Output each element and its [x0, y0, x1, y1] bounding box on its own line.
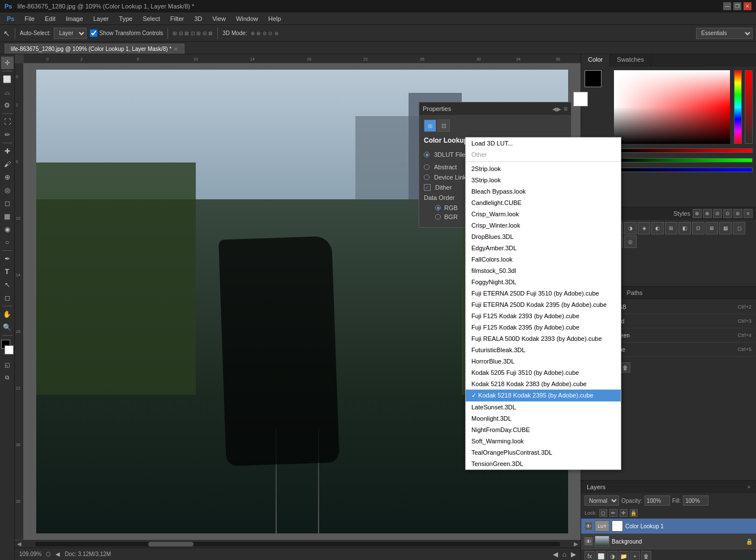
minimize-button[interactable]: — [723, 2, 731, 10]
layer-link[interactable]: fx [585, 551, 595, 560]
lut-fuji-eterna-3510[interactable]: Fuji ETERNA 250D Fuji 3510 (by Adobe).cu… [466, 288, 621, 299]
lut-moonlight[interactable]: Moonlight.3DL [466, 413, 621, 424]
menu-layer[interactable]: Layer [89, 14, 114, 23]
shape-tool[interactable]: ◻ [1, 292, 14, 304]
adj-colorlookup[interactable]: ▦ [719, 222, 732, 234]
r-slider[interactable] [617, 148, 753, 153]
lut-edgyamber[interactable]: EdgyAmber.3DL [466, 242, 621, 254]
path-select-tool[interactable]: ↖ [1, 279, 14, 291]
screen-mode[interactable]: ⧉ [1, 371, 14, 384]
lock-transparent[interactable]: ◻ [599, 509, 607, 517]
adj-channelmixer[interactable]: ⊠ [706, 222, 718, 234]
adj-exposure[interactable]: ◑ [624, 222, 637, 234]
scroll-left-arrow[interactable]: ◀ [15, 541, 24, 547]
layer-new[interactable]: + [630, 551, 640, 560]
scroll-bottom[interactable]: ◀ [55, 551, 60, 557]
pen-tool[interactable]: ✒ [1, 253, 14, 265]
scroll-right-arrow[interactable]: ▶ [572, 541, 581, 547]
tab-paths[interactable]: Paths [622, 288, 647, 297]
lut-crisp-winter[interactable]: Crisp_Winter.look [466, 220, 621, 231]
prop-abstract-radio[interactable] [424, 164, 429, 170]
eraser-tool[interactable]: ◻ [1, 197, 14, 210]
adj-hsl[interactable]: ◐ [651, 222, 664, 234]
adj-icon-5[interactable]: ⊚ [733, 209, 742, 218]
zoom-tool[interactable]: 🔍 [1, 321, 14, 334]
text-tool[interactable]: T [1, 266, 14, 278]
maximize-button[interactable]: ❐ [733, 2, 741, 10]
lut-foggynight[interactable]: FoggyNight.3DL [466, 276, 621, 288]
menu-ps[interactable]: Ps [2, 14, 19, 23]
layer-mask[interactable]: ⬜ [596, 551, 606, 560]
layer-delete[interactable]: 🗑 [641, 551, 651, 560]
layer-group[interactable]: 📁 [618, 551, 629, 560]
gradient-tool[interactable]: ▦ [1, 210, 14, 223]
alpha-slider[interactable] [745, 70, 753, 144]
layer-adj[interactable]: ◑ [607, 551, 617, 560]
color-field[interactable] [614, 70, 730, 144]
adj-icon-3[interactable]: ⊘ [713, 209, 722, 218]
lut-2strip[interactable]: 2Strip.look [466, 163, 621, 174]
lut-kodak-5218-2383[interactable]: Kodak 5218 Kodak 2383 (by Adobe).cube [466, 378, 621, 390]
nav-home[interactable]: ⌂ [562, 550, 566, 558]
hue-slider[interactable] [734, 70, 742, 144]
lut-tensiongreen[interactable]: TensionGreen.3DL [466, 458, 621, 469]
lut-crisp-warm[interactable]: Crisp_Warm.look [466, 208, 621, 220]
adj-icon-1[interactable]: ⊕ [693, 209, 702, 218]
nav-right[interactable]: ▶ [571, 550, 576, 558]
background-color[interactable] [5, 345, 14, 354]
adj-colorbalance[interactable]: ⊞ [665, 222, 677, 234]
blend-mode-select[interactable]: Normal [585, 495, 619, 506]
layer-background[interactable]: 👁 Background 🔒 [581, 534, 756, 549]
document-tab[interactable]: life-863675_1280.jpg @ 109% (Color Looku… [5, 44, 184, 54]
color-swatches[interactable] [1, 340, 14, 354]
tab-swatches[interactable]: Swatches [610, 54, 651, 67]
adj-photofilter[interactable]: ⊡ [692, 222, 705, 234]
tab-close-button[interactable]: ✕ [174, 46, 178, 52]
layers-menu[interactable]: ≡ [745, 484, 753, 490]
lut-filmstock[interactable]: filmstock_50.3dl [466, 265, 621, 276]
lut-fallcolors[interactable]: FallColors.look [466, 254, 621, 265]
opacity-input[interactable] [645, 495, 670, 506]
scroll-thumb[interactable] [148, 542, 194, 546]
lut-kodak-5218-2395[interactable]: ✓ Kodak 5218 Kodak 2395 (by Adobe).cube [466, 390, 621, 401]
lut-horrorblue[interactable]: HorrorBlue.3DL [466, 356, 621, 367]
prop-icon-table[interactable]: ⊞ [424, 119, 436, 132]
g-slider[interactable] [617, 158, 753, 163]
ch-delete-channel[interactable]: 🗑 [620, 362, 630, 373]
prop-3dlut-radio[interactable] [424, 152, 429, 157]
eyedropper-tool[interactable]: ✏ [1, 129, 14, 141]
crop-tool[interactable]: ⛶ [1, 116, 14, 128]
lut-nightfromday[interactable]: NightFromDay.CUBE [466, 424, 621, 435]
hand-tool[interactable]: ✋ [1, 308, 14, 320]
horizontal-scrollbar[interactable]: ◀ ▶ [15, 540, 581, 548]
lut-fuji-reala[interactable]: Fuji REALA 500D Kodak 2393 (by Adobe).cu… [466, 333, 621, 344]
lut-fuji-eterna-2395[interactable]: Fuji ETERNA 250D Kodak 2395 (by Adobe).c… [466, 299, 621, 310]
lut-dropblues[interactable]: DropBlues.3DL [466, 231, 621, 242]
scroll-track[interactable] [35, 542, 560, 546]
adj-vibrance[interactable]: ◈ [638, 222, 650, 234]
clone-tool[interactable]: ⊕ [1, 171, 14, 183]
nav-left[interactable]: ◀ [553, 550, 558, 558]
lut-fuji-f125-2395[interactable]: Fuji F125 Kodak 2395 (by Adobe).cube [466, 322, 621, 333]
foreground-swatch[interactable] [585, 70, 602, 87]
b-slider[interactable] [617, 168, 753, 172]
prop-expand[interactable]: ◀▶ [552, 106, 561, 112]
menu-window[interactable]: Window [231, 14, 263, 23]
quick-select-tool[interactable]: ⚙ [1, 99, 14, 112]
menu-help[interactable]: Help [264, 14, 286, 23]
auto-select-dropdown[interactable]: Layer Group [54, 28, 87, 39]
lasso-tool[interactable]: ⌓ [1, 86, 14, 99]
fill-input[interactable] [683, 495, 708, 506]
adj-icon-2[interactable]: ⊗ [703, 209, 712, 218]
move-tool[interactable]: ✛ [1, 57, 14, 69]
lut-kodak-5205[interactable]: Kodak 5205 Fuji 3510 (by Adobe).cube [466, 367, 621, 378]
prop-device-link-radio[interactable] [424, 174, 429, 180]
prop-rgb-radio[interactable] [435, 205, 441, 211]
styles-tab[interactable]: Styles [673, 210, 690, 217]
workspace-select[interactable]: Essentials [696, 28, 753, 39]
healing-tool[interactable]: ✚ [1, 145, 14, 157]
prop-dither-checkbox[interactable]: ✓ [424, 184, 431, 191]
lut-other[interactable]: Other [466, 149, 621, 160]
menu-type[interactable]: Type [114, 14, 137, 23]
tab-color[interactable]: Color [581, 54, 610, 67]
